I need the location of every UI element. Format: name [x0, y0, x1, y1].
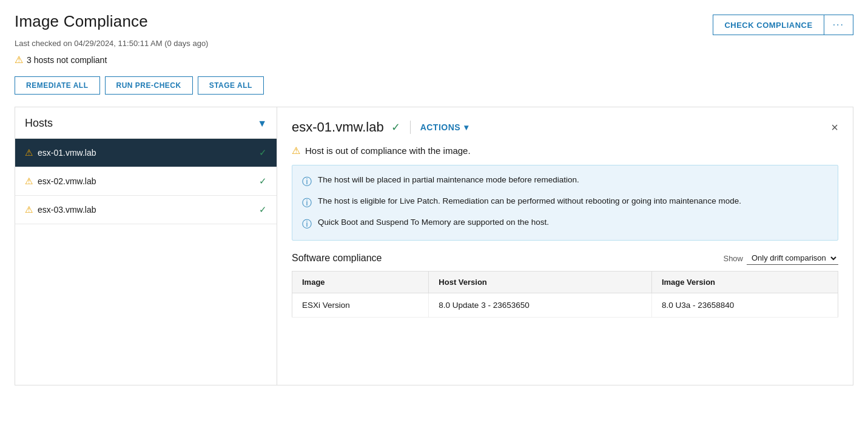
software-compliance-title: Software compliance	[292, 253, 382, 264]
compliance-warning-text: 3 hosts not compliant	[27, 55, 107, 65]
compliance-warning: ⚠ 3 hosts not compliant	[15, 54, 853, 65]
detail-host-icon: ✓	[391, 121, 400, 134]
info-icon-3: ⓘ	[302, 217, 312, 232]
close-button[interactable]: ×	[831, 121, 838, 135]
info-box: ⓘ The host will be placed in partial mai…	[292, 165, 838, 241]
remediate-all-button[interactable]: REMEDIATE ALL	[15, 76, 100, 95]
chevron-down-icon: ▾	[464, 122, 469, 132]
stage-all-button[interactable]: STAGE ALL	[198, 76, 264, 95]
header-actions: CHECK COMPLIANCE ···	[713, 15, 853, 35]
host-item-left-3: ⚠ esx-03.vmw.lab	[25, 204, 96, 215]
info-text-1: The host will be placed in partial maint…	[318, 174, 579, 186]
compliance-table: Image Host Version Image Version ESXi Ve…	[292, 271, 838, 318]
hosts-header: Hosts ▼	[15, 107, 277, 139]
col-image: Image	[292, 272, 429, 293]
info-icon-2: ⓘ	[302, 196, 312, 210]
cell-image-version: 8.0 U3a - 23658840	[651, 293, 838, 318]
page-title-area: Image Compliance	[15, 12, 148, 31]
info-text-2: The host is eligible for Live Patch. Rem…	[318, 195, 741, 207]
host-warning-text: Host is out of compliance with the image…	[305, 145, 471, 156]
action-buttons-row: REMEDIATE ALL RUN PRE-CHECK STAGE ALL	[15, 76, 853, 95]
warning-icon: ⚠	[15, 54, 23, 65]
cell-image: ESXi Version	[292, 293, 429, 318]
host-warning-icon-3: ⚠	[25, 204, 33, 215]
actions-dropdown-button[interactable]: ACTIONS ▾	[420, 122, 469, 132]
info-item-3: ⓘ Quick Boot and Suspend To Memory are s…	[302, 216, 828, 232]
host-check-icon-2: ✓	[259, 176, 267, 187]
info-item-2: ⓘ The host is eligible for Live Patch. R…	[302, 195, 828, 210]
table-header-row: Image Host Version Image Version	[292, 272, 838, 293]
host-warning-icon-2: ⚠	[25, 176, 33, 187]
hosts-title: Hosts	[25, 117, 53, 130]
host-check-icon-3: ✓	[259, 204, 267, 215]
page: Image Compliance CHECK COMPLIANCE ··· La…	[0, 0, 868, 440]
run-pre-check-button[interactable]: RUN PRE-CHECK	[105, 76, 193, 95]
main-layout: Hosts ▼ ⚠ esx-01.vmw.lab ✓ ⚠ esx-02.vmw.…	[15, 107, 853, 385]
more-options-button[interactable]: ···	[824, 15, 853, 35]
show-row: Show Only drift comparison All	[723, 252, 838, 265]
software-compliance-header: Software compliance Show Only drift comp…	[292, 252, 838, 265]
host-name-3: esx-03.vmw.lab	[38, 205, 96, 215]
header-row: Image Compliance CHECK COMPLIANCE ···	[15, 12, 853, 35]
check-compliance-button[interactable]: CHECK COMPLIANCE	[713, 15, 823, 35]
detail-host-name: esx-01.vmw.lab	[292, 119, 384, 135]
show-select[interactable]: Only drift comparison All	[747, 252, 838, 265]
page-title: Image Compliance	[15, 12, 148, 31]
host-item-2[interactable]: ⚠ esx-02.vmw.lab ✓	[15, 167, 277, 196]
host-name-1: esx-01.vmw.lab	[38, 148, 96, 158]
vertical-divider	[410, 121, 411, 134]
host-item-3[interactable]: ⚠ esx-03.vmw.lab ✓	[15, 196, 277, 224]
col-image-version: Image Version	[651, 272, 838, 293]
host-warning-icon: ⚠	[292, 145, 300, 156]
hosts-panel: Hosts ▼ ⚠ esx-01.vmw.lab ✓ ⚠ esx-02.vmw.…	[15, 107, 277, 385]
host-item-1[interactable]: ⚠ esx-01.vmw.lab ✓	[15, 139, 277, 167]
host-warning-message: ⚠ Host is out of compliance with the ima…	[292, 145, 838, 156]
table-row: ESXi Version 8.0 Update 3 - 23653650 8.0…	[292, 293, 838, 318]
detail-panel: esx-01.vmw.lab ✓ ACTIONS ▾ × ⚠ Host is o…	[277, 107, 853, 385]
host-item-left-1: ⚠ esx-01.vmw.lab	[25, 147, 96, 158]
last-checked-text: Last checked on 04/29/2024, 11:50:11 AM …	[15, 39, 853, 48]
actions-label: ACTIONS	[420, 122, 461, 132]
host-item-left-2: ⚠ esx-02.vmw.lab	[25, 176, 96, 187]
detail-header: esx-01.vmw.lab ✓ ACTIONS ▾ ×	[292, 119, 838, 135]
cell-host-version: 8.0 Update 3 - 23653650	[429, 293, 652, 318]
info-item-1: ⓘ The host will be placed in partial mai…	[302, 174, 828, 189]
col-host-version: Host Version	[429, 272, 652, 293]
detail-host-name-row: esx-01.vmw.lab ✓ ACTIONS ▾	[292, 119, 469, 135]
info-text-3: Quick Boot and Suspend To Memory are sup…	[318, 216, 549, 228]
info-icon-1: ⓘ	[302, 175, 312, 189]
host-check-icon-1: ✓	[259, 147, 267, 158]
host-warning-icon-1: ⚠	[25, 147, 33, 158]
host-name-2: esx-02.vmw.lab	[38, 176, 96, 186]
show-label: Show	[723, 254, 743, 263]
filter-icon[interactable]: ▼	[257, 118, 267, 129]
